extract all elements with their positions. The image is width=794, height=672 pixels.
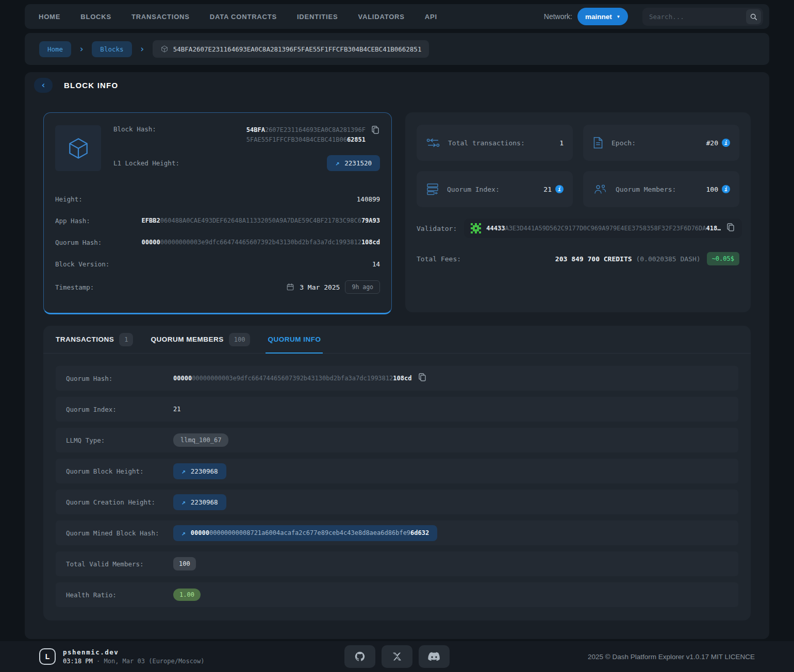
- block-stats-card: Total transactions: 1 Epoch: #20 i Quoru…: [405, 112, 751, 312]
- info-icon[interactable]: i: [555, 185, 564, 193]
- footer: L pshenmic.dev 03:18 PM · Mon, Mar 03 (E…: [0, 641, 794, 672]
- quorum-members-label: Quorum Members:: [616, 186, 676, 193]
- nav-menu: HOME BLOCKS TRANSACTIONS DATA CONTRACTS …: [39, 13, 437, 21]
- discord-icon: [428, 652, 440, 661]
- layers-icon: [426, 182, 439, 196]
- total-fees-usd-badge: ~0.05$: [707, 252, 739, 265]
- timestamp-value: 3 Mar 2025: [300, 283, 340, 291]
- top-nav-bar: HOME BLOCKS TRANSACTIONS DATA CONTRACTS …: [25, 4, 769, 29]
- tab-transactions[interactable]: TRANSACTIONS 1: [56, 326, 133, 353]
- quorum-hash-row: Quorum Hash: 0000000000000003e9dfc664744…: [56, 366, 738, 391]
- x-twitter-button[interactable]: [382, 645, 412, 668]
- height-value: 140899: [357, 195, 380, 203]
- quorum-index-label: Quorum Index:: [447, 186, 500, 193]
- external-link-icon: ↗: [181, 529, 186, 537]
- breadcrumb-hash-text: 54BFA2607E231164693EA0C8A281396F5FAE55F1…: [173, 45, 422, 53]
- cube-icon: [65, 136, 91, 161]
- chevron-down-icon: ▾: [617, 13, 620, 20]
- breadcrumb: Home › Blocks › 54BFA2607E231164693EA0C8…: [25, 33, 769, 65]
- nav-item-validators[interactable]: VALIDATORS: [358, 13, 404, 21]
- nav-item-blocks[interactable]: BLOCKS: [80, 13, 111, 21]
- block-info-section: ‹ BLOCK INFO Block Hash: 54BFA2607E23116…: [25, 72, 769, 639]
- chevron-right-icon: ›: [79, 44, 84, 54]
- total-fees-label: Total Fees:: [417, 255, 461, 263]
- network-label: Network:: [544, 12, 572, 21]
- pshenmic-logo[interactable]: L: [39, 648, 56, 665]
- validator-link[interactable]: 44433A3E3D441A59D562C9177D0C969A979E4EE3…: [464, 219, 742, 238]
- epoch-label: Epoch:: [611, 139, 636, 147]
- calendar-icon: [286, 283, 294, 291]
- total-transactions-tile: Total transactions: 1: [417, 125, 573, 161]
- timestamp-label: Timestamp:: [55, 283, 94, 291]
- quorum-creation-height-link[interactable]: ↗ 2230968: [173, 494, 226, 510]
- l1-locked-height-value: 2231520: [344, 159, 372, 167]
- search-input[interactable]: [649, 13, 732, 21]
- validator-label: Validator:: [417, 225, 457, 232]
- network-value: mainnet: [585, 13, 612, 21]
- footer-time: 03:18 PM · Mon, Mar 03 (Europe/Moscow): [63, 658, 205, 665]
- quorum-hash-value: 0000000000000003e9dfc66474465607392b4313…: [142, 239, 380, 246]
- external-link-icon: ↗: [335, 159, 339, 167]
- copy-icon[interactable]: [371, 125, 380, 137]
- network-selector[interactable]: mainnet ▾: [577, 8, 628, 25]
- cube-icon: [160, 45, 169, 53]
- breadcrumb-blocks[interactable]: Blocks: [92, 41, 131, 57]
- breadcrumb-home[interactable]: Home: [39, 41, 71, 57]
- chevron-right-icon: ›: [140, 44, 145, 54]
- discord-button[interactable]: [419, 645, 450, 668]
- search-icon: [750, 13, 757, 21]
- block-summary-card: Block Hash: 54BFA2607E231164693EA0C8A281…: [43, 112, 392, 314]
- nav-item-home[interactable]: HOME: [39, 13, 60, 21]
- back-button[interactable]: ‹: [34, 78, 53, 93]
- info-icon[interactable]: i: [722, 139, 730, 147]
- quorum-mined-block-hash-link[interactable]: ↗ 0000000000000008721a6004acafa2c677e89c…: [173, 525, 437, 541]
- document-icon: [592, 136, 604, 149]
- quorum-index-tile: Quorum Index: 21 i: [417, 171, 573, 207]
- l1-locked-height-label: L1 Locked Height:: [113, 159, 179, 167]
- breadcrumb-block-hash: 54BFA2607E231164693EA0C8A281396F5FAE55F1…: [153, 40, 429, 58]
- total-valid-members-row: Total Valid Members: 100: [56, 551, 738, 576]
- total-valid-members-badge: 100: [173, 557, 196, 570]
- footer-brand[interactable]: pshenmic.dev: [63, 648, 205, 656]
- transactions-icon: [426, 137, 440, 149]
- total-transactions-label: Total transactions:: [448, 139, 525, 147]
- search-box: [642, 8, 763, 26]
- quorum-index-value: 21: [543, 186, 552, 193]
- health-ratio-badge: 1.00: [173, 589, 201, 601]
- quorum-members-tile: Quorum Members: 100 i: [583, 171, 739, 207]
- health-ratio-row: Health Ratio: 1.00: [56, 582, 738, 607]
- total-fees-value: 203 849 700 CREDITS (0.0020385 DASH): [555, 255, 701, 263]
- nav-item-identities[interactable]: IDENTITIES: [297, 13, 338, 21]
- copy-icon[interactable]: [726, 223, 735, 234]
- github-icon: [354, 651, 366, 662]
- block-cube-badge: [55, 125, 101, 171]
- quorum-block-height-link[interactable]: ↗ 2230968: [173, 463, 226, 479]
- quorum-index-value: 21: [173, 406, 180, 413]
- height-label: Height:: [55, 195, 82, 203]
- app-hash-value: EFBB2060488A0CAE493DEF62648A11332050A9A7…: [142, 217, 380, 224]
- quorum-hash-label: Quorum Hash:: [55, 239, 102, 246]
- external-link-icon: ↗: [181, 498, 186, 506]
- github-button[interactable]: [344, 645, 375, 668]
- copyright-text: 2025 © Dash Platform Explorer v1.0.17 MI…: [588, 653, 755, 661]
- page-title: BLOCK INFO: [64, 81, 118, 90]
- external-link-icon: ↗: [181, 467, 186, 475]
- block-details-card: TRANSACTIONS 1 QUORUM MEMBERS 100 QUORUM…: [43, 326, 751, 620]
- info-icon[interactable]: i: [722, 185, 730, 193]
- tab-quorum-members[interactable]: QUORUM MEMBERS 100: [151, 326, 250, 353]
- block-version-value: 14: [372, 260, 380, 268]
- nav-item-data-contracts[interactable]: DATA CONTRACTS: [210, 13, 277, 21]
- nav-item-transactions[interactable]: TRANSACTIONS: [131, 13, 190, 21]
- x-twitter-icon: [392, 651, 402, 662]
- transactions-count-badge: 1: [119, 333, 133, 346]
- quorum-members-count-badge: 100: [229, 333, 251, 346]
- nav-item-api[interactable]: API: [425, 13, 437, 21]
- llmq-type-row: LLMQ Type: llmq_100_67: [56, 428, 738, 452]
- l1-locked-height-link[interactable]: ↗ 2231520: [327, 155, 380, 171]
- search-button[interactable]: [746, 9, 761, 24]
- tab-quorum-info[interactable]: QUORUM INFO: [268, 326, 321, 353]
- copy-icon[interactable]: [418, 373, 427, 384]
- app-hash-label: App Hash:: [55, 217, 90, 225]
- quorum-mined-block-hash-row: Quorum Mined Block Hash: ↗ 0000000000000…: [56, 520, 738, 545]
- tabs-bar: TRANSACTIONS 1 QUORUM MEMBERS 100 QUORUM…: [43, 326, 751, 354]
